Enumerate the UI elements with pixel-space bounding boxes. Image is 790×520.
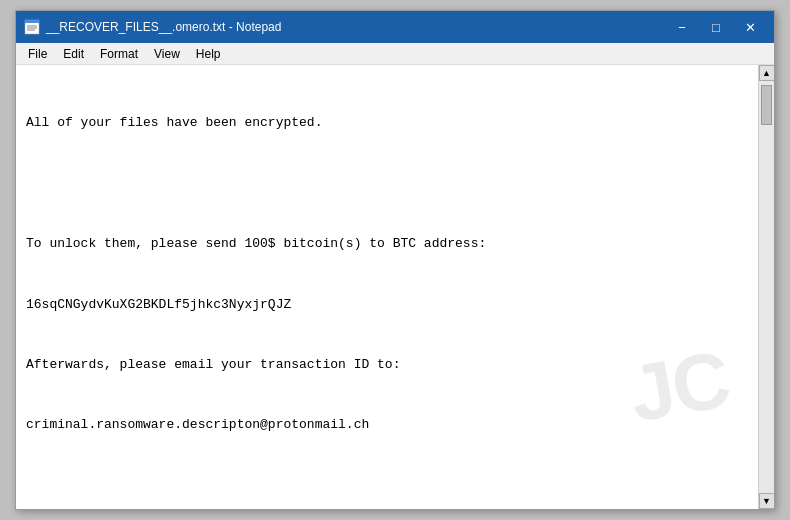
menu-help[interactable]: Help	[188, 45, 229, 63]
maximize-button[interactable]: □	[700, 17, 732, 37]
text-line-4: 16sqCNGydvKuXG2BKDLf5jhkc3NyxjrQJZ	[26, 295, 748, 315]
text-editor[interactable]: All of your files have been encrypted. T…	[16, 65, 758, 509]
text-line-5: Afterwards, please email your transactio…	[26, 355, 748, 375]
scrollbar-track[interactable]	[759, 81, 774, 493]
svg-rect-1	[25, 20, 39, 23]
text-line-6: criminal.ransomware.descripton@protonmai…	[26, 415, 748, 435]
minimize-button[interactable]: −	[666, 17, 698, 37]
menu-edit[interactable]: Edit	[55, 45, 92, 63]
scrollbar-thumb[interactable]	[761, 85, 772, 125]
close-button[interactable]: ✕	[734, 17, 766, 37]
scroll-up-button[interactable]: ▲	[759, 65, 775, 81]
menu-bar: File Edit Format View Help	[16, 43, 774, 65]
content-area: All of your files have been encrypted. T…	[16, 65, 774, 509]
menu-file[interactable]: File	[20, 45, 55, 63]
notepad-icon	[24, 19, 40, 35]
menu-view[interactable]: View	[146, 45, 188, 63]
vertical-scrollbar[interactable]: ▲ ▼	[758, 65, 774, 509]
text-line-3: To unlock them, please send 100$ bitcoin…	[26, 234, 748, 254]
text-line-1: All of your files have been encrypted.	[26, 113, 748, 133]
window-controls: − □ ✕	[666, 17, 766, 37]
watermark: JC	[620, 317, 738, 456]
text-line-7	[26, 476, 748, 496]
text-line-2	[26, 174, 748, 194]
scroll-down-button[interactable]: ▼	[759, 493, 775, 509]
window-title: __RECOVER_FILES__.omero.txt - Notepad	[46, 20, 666, 34]
menu-format[interactable]: Format	[92, 45, 146, 63]
title-bar: __RECOVER_FILES__.omero.txt - Notepad − …	[16, 11, 774, 43]
notepad-window: __RECOVER_FILES__.omero.txt - Notepad − …	[15, 10, 775, 510]
